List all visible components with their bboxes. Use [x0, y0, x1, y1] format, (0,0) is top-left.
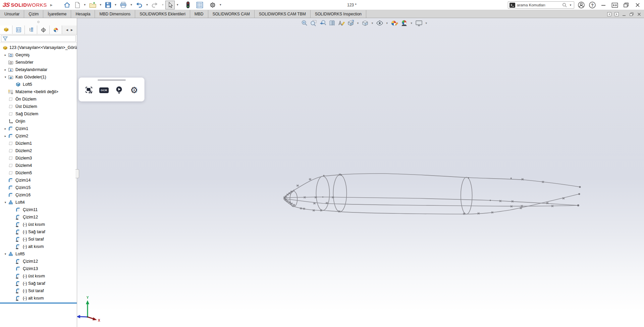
account-icon[interactable] [577, 1, 586, 9]
zoom-to-fit-button[interactable] [301, 19, 309, 27]
expand-arrow-icon[interactable]: ▾ [3, 201, 8, 204]
search-icon[interactable] [562, 3, 567, 7]
display-style-button[interactable] [361, 19, 369, 27]
tree-item-detaylandırmalar[interactable]: ▸Detaylandırmalar [0, 66, 77, 73]
tree-item-düzlem4[interactable]: Düzlem4 [0, 162, 77, 169]
pane-right-button[interactable] [614, 12, 619, 16]
graphics-viewport[interactable]: Y Z X ▼ [77, 18, 644, 327]
print-dropdown[interactable]: ▼ [129, 3, 133, 6]
ribbon-tab-i-aretleme[interactable]: İşaretleme [43, 10, 71, 18]
ribbon-tab-mbd[interactable]: MBD [190, 10, 208, 18]
tree-item-sol-taraf[interactable]: (-) Sol taraf [0, 236, 77, 243]
tree-item-çizim11[interactable]: Çizim11 [0, 206, 77, 213]
redo-dropdown[interactable]: ▼ [161, 3, 165, 6]
overlay-settings-button[interactable]: ⚙ [129, 85, 139, 95]
panel-grip[interactable] [0, 18, 77, 25]
search-input[interactable]: arama Komutları [517, 3, 560, 7]
logo-expand-arrow-icon[interactable]: ▶ [50, 3, 53, 7]
rollback-bar[interactable] [0, 303, 77, 304]
rebuild-button[interactable] [184, 1, 192, 9]
ribbon-tab-solidworks-cam[interactable]: SOLIDWORKS CAM [208, 10, 255, 18]
apply-scene-dropdown[interactable]: ▼ [410, 22, 414, 25]
tree-item-çizim13[interactable]: Çizim13 [0, 265, 77, 272]
tree-item-çizim14[interactable]: Çizim14 [0, 177, 77, 184]
expand-arrow-icon[interactable]: ▸ [3, 134, 8, 138]
tree-item-çizim1[interactable]: ▸Çizim1 [0, 125, 77, 132]
undo-button[interactable] [134, 1, 144, 9]
tree-item-üst-kısım[interactable]: (-) üst kısım [0, 221, 77, 228]
tree-filter-input[interactable] [1, 35, 76, 42]
options-list-button[interactable] [195, 1, 205, 9]
expand-arrow-icon[interactable]: ▾ [3, 75, 8, 79]
ribbon-tab-hesapla[interactable]: Hesapla [71, 10, 95, 18]
loft-guide-curves[interactable] [284, 174, 580, 214]
zoom-to-area-button[interactable] [310, 19, 318, 27]
tree-item-katı-gövdeler-1[interactable]: ▾Katı Gövdeler(1) [0, 73, 77, 81]
tree-item-çizim16[interactable]: Çizim16 [0, 191, 77, 199]
capture-overlay-toolbar[interactable]: OCR ⚙ [78, 77, 145, 102]
tree-item-çizim12[interactable]: Çizim12 [0, 213, 77, 221]
ocr-button[interactable]: OCR [99, 85, 109, 95]
tree-item-düzlem3[interactable]: Düzlem3 [0, 154, 77, 162]
tab-featuremanager[interactable] [0, 25, 12, 34]
print-button[interactable] [118, 1, 128, 9]
tab-configurationmanager[interactable] [25, 25, 37, 34]
tree-item-loft5[interactable]: Loft5 [0, 81, 77, 88]
section-view-button[interactable] [328, 19, 336, 27]
tab-propertymanager[interactable] [12, 25, 25, 34]
ribbon-tab-unsurlar[interactable]: Unsurlar [0, 10, 24, 18]
view-orientation-button[interactable] [346, 19, 355, 27]
view-orientation-dropdown[interactable]: ▼ [356, 22, 360, 25]
doc-close-button[interactable] [637, 12, 641, 16]
tree-item-çizim12[interactable]: Çizim12 [0, 258, 77, 265]
doc-restore-button[interactable] [629, 12, 634, 16]
hide-show-annotations-button[interactable] [337, 19, 345, 27]
tree-item-üst-kısım[interactable]: (-) üst kısım [0, 272, 77, 280]
tree-item-çizim2[interactable]: ▸Çizim2 [0, 132, 77, 140]
help-button[interactable]: ? [588, 1, 596, 9]
save-button[interactable] [103, 1, 113, 9]
tree-item-sağ-taraf[interactable]: (-) Sağ taraf [0, 280, 77, 287]
tab-dimxpertmanager[interactable] [37, 25, 50, 34]
tree-item-sağ-düzlem[interactable]: Sağ Düzlem [0, 110, 77, 118]
restore-button[interactable] [622, 1, 631, 9]
open-file-button[interactable] [88, 1, 98, 9]
tree-item-düzlem1[interactable]: Düzlem1 [0, 140, 77, 147]
tree-item-düzlem5[interactable]: Düzlem5 [0, 169, 77, 177]
model-wireframe[interactable]: Y Z X [77, 18, 644, 327]
tree-item-düzlem2[interactable]: Düzlem2 [0, 147, 77, 154]
view-settings-dropdown[interactable]: ▼ [424, 22, 428, 25]
maximize-button[interactable] [610, 1, 619, 9]
settings-button[interactable] [208, 1, 218, 9]
overlay-drag-handle[interactable] [98, 79, 126, 81]
close-button[interactable] [633, 1, 642, 9]
loft-section-ellipses[interactable] [290, 175, 472, 214]
tree-item-alt-kısım[interactable]: (-) alt kısım [0, 243, 77, 250]
ribbon-tab--izim[interactable]: Çizim [24, 10, 43, 18]
ribbon-tab-solidworks-eklentileri[interactable]: SOLIDWORKS Eklentileri [135, 10, 190, 18]
save-dropdown[interactable]: ▼ [114, 3, 118, 6]
previous-view-button[interactable] [319, 19, 327, 27]
tree-item-loft4[interactable]: ▾Loft4 [0, 199, 77, 206]
hide-show-items-button[interactable] [375, 19, 384, 27]
tree-item-loft5[interactable]: ▾Loft5 [0, 250, 77, 258]
tab-displaymanager[interactable] [50, 25, 62, 34]
edit-appearance-button[interactable] [390, 19, 399, 27]
undo-dropdown[interactable]: ▼ [145, 3, 149, 6]
expand-arrow-icon[interactable]: ▸ [3, 127, 8, 130]
select-tool-button[interactable] [165, 1, 175, 9]
tree-item-geçmiş[interactable]: ▸Geçmiş [0, 51, 77, 59]
tree-item-sensörler[interactable]: Sensörler [0, 59, 77, 66]
ribbon-tab-solidworks-inspection[interactable]: SOLIDWORKS Inspection [311, 10, 366, 18]
ribbon-tab-mbd-dimensions[interactable]: MBD Dimensions [95, 10, 135, 18]
open-file-dropdown[interactable]: ▼ [99, 3, 103, 6]
tree-item-sağ-taraf[interactable]: (-) Sağ taraf [0, 228, 77, 236]
ribbon-tab-solidworks-cam-tbm[interactable]: SOLIDWORKS CAM TBM [255, 10, 311, 18]
minimize-button[interactable] [599, 1, 608, 9]
panel-tab-scroll-right-icon[interactable]: ▶ [71, 28, 73, 31]
select-tool-dropdown[interactable]: ▼ [175, 3, 179, 6]
view-settings-button[interactable] [415, 19, 423, 27]
search-commands-box[interactable]: arama Komutları ▼ [508, 1, 574, 9]
new-file-dropdown[interactable]: ▼ [83, 3, 87, 6]
hide-show-items-dropdown[interactable]: ▼ [385, 22, 389, 25]
